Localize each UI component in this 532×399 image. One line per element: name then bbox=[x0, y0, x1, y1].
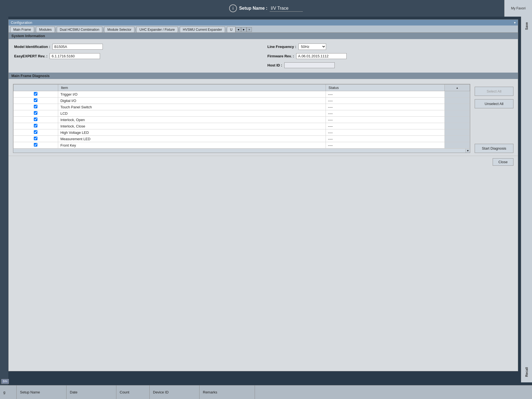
row-status: ---- bbox=[326, 104, 444, 110]
row-item: LCD bbox=[58, 110, 326, 117]
row-checkbox[interactable] bbox=[34, 98, 37, 102]
tab-modules[interactable]: Modules bbox=[36, 27, 55, 32]
host-id-label: Host ID : bbox=[267, 63, 282, 67]
select-all-button[interactable]: Select All bbox=[475, 87, 513, 96]
row-checkbox-cell[interactable] bbox=[14, 104, 58, 110]
table-row: Digital I/O ---- bbox=[14, 98, 470, 104]
table-row: Interlock, Open ---- bbox=[14, 117, 470, 123]
tab-main-frame[interactable]: Main Frame bbox=[10, 27, 34, 32]
tab-scroll-right[interactable]: ► bbox=[241, 27, 247, 32]
row-checkbox[interactable] bbox=[34, 105, 37, 108]
col-header-item: Item bbox=[58, 85, 326, 91]
tab-scroll-double-right[interactable]: » bbox=[247, 27, 252, 32]
setup-name-label: Setup Name : bbox=[239, 6, 267, 11]
row-checkbox[interactable] bbox=[34, 111, 37, 115]
system-info: Model Identification : Line Frequency : … bbox=[9, 39, 518, 73]
row-checkbox-cell[interactable] bbox=[14, 91, 58, 98]
bottom-count: Count bbox=[116, 385, 150, 399]
diagnosis-table: Item Status ▲ Trigger I/O bbox=[13, 84, 470, 149]
row-scroll-cell bbox=[444, 129, 470, 136]
col-header-check bbox=[14, 85, 58, 91]
line-freq-label: Line Frequency : bbox=[267, 45, 296, 49]
unselect-all-button[interactable]: Unselect All bbox=[475, 99, 513, 108]
tab-module-selector[interactable]: Module Selector bbox=[104, 27, 134, 32]
row-checkbox-cell[interactable] bbox=[14, 129, 58, 136]
row-scroll-cell bbox=[444, 104, 470, 110]
row-scroll-cell bbox=[444, 136, 470, 142]
row-checkbox[interactable] bbox=[34, 124, 37, 127]
top-bar: i Setup Name : I/V Trace My Favori bbox=[0, 0, 532, 17]
table-row: High Voltage LED ---- bbox=[14, 129, 470, 136]
tab-dual-hcsmu[interactable]: Dual HCSMU Combination bbox=[57, 27, 103, 32]
bottom-date: Date bbox=[66, 385, 116, 399]
tab-hvsmu[interactable]: HVSMU Current Expander bbox=[180, 27, 225, 32]
row-checkbox[interactable] bbox=[34, 137, 37, 140]
my-favorites[interactable]: My Favori bbox=[504, 0, 532, 17]
easy-expert-input[interactable] bbox=[50, 53, 100, 59]
row-checkbox[interactable] bbox=[34, 130, 37, 134]
bottom-buttons: Close bbox=[9, 156, 518, 168]
save-label[interactable]: Save bbox=[525, 22, 529, 30]
close-button[interactable]: Close bbox=[493, 158, 513, 166]
row-scroll-cell bbox=[444, 110, 470, 117]
diagnosis-content: Item Status ▲ Trigger I/O bbox=[13, 84, 513, 153]
table-row: Trigger I/O ---- bbox=[14, 91, 470, 98]
row-scroll-cell bbox=[444, 98, 470, 104]
row-status: ---- bbox=[326, 91, 444, 98]
row-checkbox-cell[interactable] bbox=[14, 98, 58, 104]
setup-name-value: I/V Trace bbox=[270, 5, 303, 12]
bin-label: BIN bbox=[1, 379, 9, 384]
tab-u[interactable]: U bbox=[227, 27, 236, 32]
row-status: ---- bbox=[326, 136, 444, 142]
model-id-row: Model Identification : bbox=[14, 44, 259, 50]
row-item: Front Key bbox=[58, 142, 326, 149]
config-window: Configuration ▾ Main Frame | Modules | D… bbox=[8, 19, 518, 371]
table-row: Front Key ---- bbox=[14, 142, 470, 149]
config-dropdown-arrow[interactable]: ▾ bbox=[514, 21, 516, 25]
row-checkbox-cell[interactable] bbox=[14, 136, 58, 142]
row-checkbox-cell[interactable] bbox=[14, 110, 58, 117]
row-checkbox-cell[interactable] bbox=[14, 142, 58, 149]
diagnosis-header: Main Frame Diagnosis bbox=[9, 73, 518, 79]
easy-expert-label: EasyEXPERT Rev. : bbox=[14, 54, 47, 58]
start-diagnosis-button[interactable]: Start Diagnosis bbox=[475, 144, 513, 153]
model-id-input[interactable] bbox=[52, 44, 103, 50]
line-freq-select[interactable]: 50Hz 60Hz bbox=[298, 44, 326, 50]
table-scroll-down[interactable]: ▼ bbox=[466, 149, 470, 153]
row-status: ---- bbox=[326, 98, 444, 104]
bottom-remarks: Remarks bbox=[200, 385, 255, 399]
row-scroll-cell bbox=[444, 117, 470, 123]
info-icon[interactable]: i bbox=[229, 4, 237, 12]
tab-scroll-left[interactable]: ◄ bbox=[236, 27, 241, 32]
separator-5: | bbox=[178, 28, 180, 32]
table-row: Measurement LED ---- bbox=[14, 136, 470, 142]
table-scroll-down-area: ▼ bbox=[13, 149, 470, 153]
model-id-label: Model Identification : bbox=[14, 45, 50, 49]
row-checkbox[interactable] bbox=[34, 143, 37, 147]
bottom-bar: g Setup Name Date Count Device ID Remark… bbox=[0, 385, 532, 399]
table-scroll-up[interactable]: ▲ bbox=[455, 86, 459, 90]
row-item: Interlock, Close bbox=[58, 123, 326, 129]
row-checkbox[interactable] bbox=[34, 92, 37, 96]
recall-label[interactable]: Recall bbox=[525, 367, 529, 377]
row-item: Measurement LED bbox=[58, 136, 326, 142]
tab-uhc-expander[interactable]: UHC Expander / Fixture bbox=[136, 27, 178, 32]
row-item: Touch Panel Switch bbox=[58, 104, 326, 110]
separator-3: | bbox=[102, 28, 104, 32]
left-panel bbox=[0, 17, 8, 385]
host-id-input[interactable] bbox=[284, 62, 335, 68]
row-item: Trigger I/O bbox=[58, 91, 326, 98]
row-checkbox-cell[interactable] bbox=[14, 117, 58, 123]
right-sidebar: Save Recall bbox=[521, 17, 532, 382]
row-checkbox-cell[interactable] bbox=[14, 123, 58, 129]
firmware-row: Firmware Rev. : bbox=[267, 53, 512, 59]
row-status: ---- bbox=[326, 123, 444, 129]
row-scroll-cell bbox=[444, 91, 470, 98]
system-info-header: System Information bbox=[9, 33, 518, 39]
row-checkbox[interactable] bbox=[34, 117, 37, 121]
diagnosis-buttons: Select All Unselect All Start Diagnosis bbox=[475, 84, 513, 153]
bottom-col1: g bbox=[0, 385, 17, 399]
table-row: Touch Panel Switch ---- bbox=[14, 104, 470, 110]
separator-4: | bbox=[134, 28, 136, 32]
firmware-input[interactable] bbox=[296, 53, 347, 59]
